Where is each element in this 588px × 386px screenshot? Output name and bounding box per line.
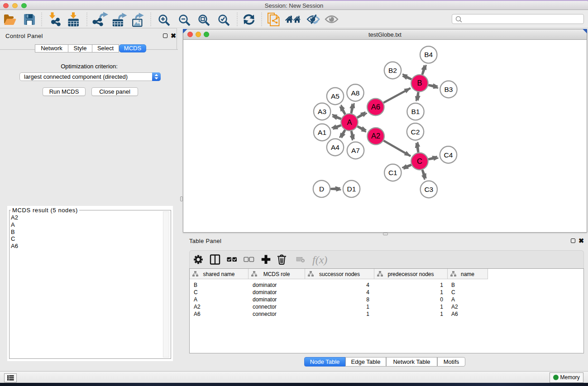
svg-text:f(x): f(x)	[312, 254, 327, 266]
svg-text:B2: B2	[388, 67, 397, 74]
svg-text:C4: C4	[444, 151, 453, 159]
svg-text:A1: A1	[318, 129, 326, 136]
svg-text:B4: B4	[424, 51, 433, 58]
svg-text:A3: A3	[318, 108, 326, 115]
svg-text:A6: A6	[371, 103, 380, 111]
svg-text:A: A	[347, 118, 352, 126]
svg-text:A8: A8	[351, 89, 360, 97]
svg-text:A4: A4	[331, 143, 339, 151]
svg-text:B3: B3	[445, 86, 453, 93]
svg-text:B: B	[417, 79, 422, 87]
svg-text:C2: C2	[411, 128, 420, 136]
svg-text:D1: D1	[347, 185, 356, 193]
svg-text:C1: C1	[388, 169, 397, 176]
svg-text:B1: B1	[411, 108, 420, 115]
svg-text:C: C	[417, 157, 422, 165]
svg-text:A7: A7	[351, 147, 360, 154]
svg-text:A5: A5	[331, 92, 339, 100]
svg-text:D: D	[319, 185, 324, 193]
svg-text:A2: A2	[371, 132, 380, 140]
svg-text:C3: C3	[424, 186, 433, 193]
